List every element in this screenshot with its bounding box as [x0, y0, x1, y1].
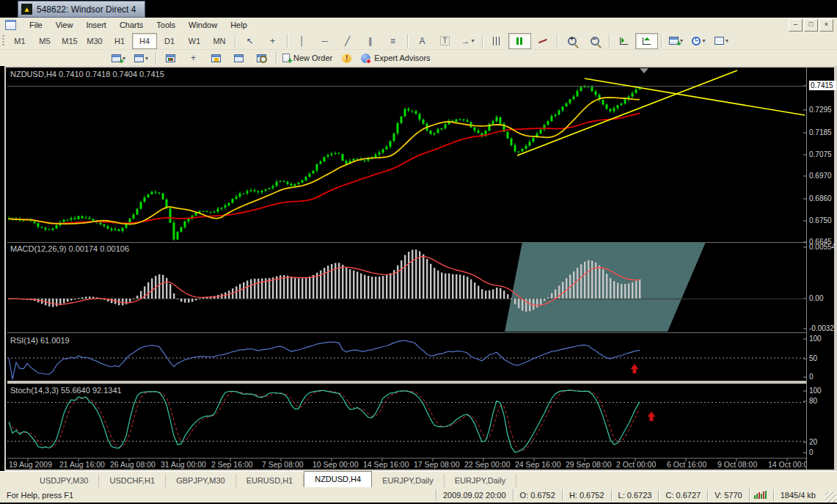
bar-chart-button[interactable]: [486, 33, 508, 49]
timeframe-h4[interactable]: H4: [132, 33, 157, 49]
chart-shift-button[interactable]: [635, 33, 658, 49]
alert-button[interactable]: !: [335, 50, 358, 66]
menu-charts[interactable]: Charts: [113, 19, 150, 31]
vertical-line-icon: │: [299, 36, 305, 46]
candlestick-chart-button[interactable]: [508, 33, 531, 49]
time-axis-label: 2 Oct 00:00: [616, 460, 656, 469]
menu-view[interactable]: View: [49, 19, 80, 31]
auto-scroll-button[interactable]: [613, 33, 635, 49]
time-axis-label: 24 Sep 16:00: [515, 460, 561, 469]
timeframe-mn[interactable]: MN: [207, 33, 232, 49]
timeframe-d1[interactable]: D1: [157, 33, 182, 49]
periods-button[interactable]: ▾: [687, 33, 710, 49]
line-chart-icon: [538, 38, 547, 43]
menu-window[interactable]: Window: [182, 19, 224, 31]
trendline-button[interactable]: ╱: [336, 33, 359, 49]
close-button[interactable]: ×: [819, 19, 833, 32]
toolbar-grip[interactable]: [2, 35, 4, 47]
new-order-button[interactable]: New Order: [279, 50, 335, 66]
status-open: O: 0.6752: [513, 489, 562, 501]
rsi-up-arrow: [631, 364, 639, 373]
line-chart-button[interactable]: [531, 33, 554, 49]
stoch-axis-label: 80: [809, 397, 817, 405]
arrows-button[interactable]: →▾: [456, 33, 479, 49]
zoom-in-button[interactable]: +: [560, 33, 583, 49]
history-center-button[interactable]: [205, 50, 227, 66]
menu-help[interactable]: Help: [224, 19, 254, 31]
expert-advisors-label: Expert Advisors: [374, 54, 430, 62]
rsi-axis-label: 50: [809, 354, 817, 362]
chart-canvas[interactable]: 19 Aug 200921 Aug 16:0026 Aug 08:0031 Au…: [7, 67, 807, 470]
timeframe-m15[interactable]: M15: [57, 33, 82, 49]
stoch-up-arrow: [648, 412, 656, 421]
chart-window-icon: [5, 20, 16, 30]
candlestick-chart-icon: [516, 37, 519, 45]
stoch-axis-label: 20: [809, 438, 817, 446]
window-title-chip[interactable]: ▲ 548622: Windsor Direct 4: [18, 1, 145, 18]
tab-usdchf-h1[interactable]: USDCHF,H1: [99, 474, 166, 487]
scroll-marker-triangle: [640, 68, 648, 73]
timeframe-m30[interactable]: M30: [82, 33, 107, 49]
tab-usdjpy-m30[interactable]: USDJPY,M30: [29, 474, 99, 487]
templates-icon: [714, 37, 724, 45]
expert-advisors-icon: [361, 54, 370, 63]
new-order-icon: [282, 54, 290, 62]
market-watch-button[interactable]: [159, 50, 182, 66]
rsi-line: [9, 340, 640, 379]
periods-clock-icon: [692, 37, 701, 45]
macd-axis-label: 0.00554: [809, 243, 836, 251]
vertical-line-button[interactable]: │: [290, 33, 313, 49]
mdi-window-buttons: – □ ×: [789, 19, 833, 32]
timeframe-m1[interactable]: M1: [7, 33, 32, 49]
price-axis-label: 0.7075: [809, 150, 832, 158]
current-price-box: 0.7415: [809, 81, 836, 90]
templates-button[interactable]: ▾: [710, 33, 733, 49]
strategy-tester-button[interactable]: [250, 50, 273, 66]
auto-scroll-icon: [620, 37, 628, 45]
zoom-in-icon: +: [568, 37, 577, 45]
crosshair-button[interactable]: +: [261, 33, 284, 49]
restore-button[interactable]: □: [804, 19, 818, 32]
price-axis[interactable]: 0.7415 0.74150.72950.71850.70750.69700.6…: [808, 67, 834, 470]
tab-eurjpy-daily[interactable]: EURJPY,Daily: [445, 474, 517, 487]
profiles-button[interactable]: ▾: [130, 50, 153, 66]
time-axis-label: 29 Sep 08:00: [566, 460, 612, 469]
menu-tools[interactable]: Tools: [150, 19, 182, 31]
price-axis-label: 0.7185: [809, 128, 832, 136]
new-order-label: New Order: [293, 54, 332, 62]
horizontal-line-button[interactable]: ─: [313, 33, 336, 49]
menu-file[interactable]: File: [23, 19, 49, 31]
tab-nzdusd-h4[interactable]: NZDUSD,H4: [304, 471, 372, 487]
bar-chart-icon: [493, 37, 502, 45]
fibonacci-button[interactable]: ≡: [381, 33, 404, 49]
horizontal-line-icon: ─: [321, 36, 328, 46]
navigator-button[interactable]: +: [182, 50, 205, 66]
cursor-button[interactable]: ↖: [238, 33, 261, 49]
data-window-button[interactable]: [227, 50, 250, 66]
channel-button[interactable]: ∥: [359, 33, 381, 49]
timeframe-h1[interactable]: H1: [107, 33, 132, 49]
resize-grip[interactable]: [825, 492, 836, 503]
status-volume: V: 5770: [707, 489, 749, 501]
minimize-button[interactable]: –: [789, 19, 803, 32]
macd-axis-label: 0.00: [809, 294, 823, 302]
menu-insert[interactable]: Insert: [79, 19, 113, 31]
time-axis-label: 7 Sep 08:00: [262, 460, 304, 469]
tab-gbpjpy-m30[interactable]: GBPJPY,M30: [166, 474, 235, 487]
indicators-button[interactable]: ▾: [665, 33, 687, 49]
app-logo-icon: ▲: [21, 4, 32, 15]
timeframe-m5[interactable]: M5: [32, 33, 57, 49]
stoch-axis-label: 0: [809, 448, 814, 456]
zoom-out-button[interactable]: −: [583, 33, 606, 49]
new-chart-icon: [112, 54, 121, 62]
expert-advisors-button[interactable]: Expert Advisors: [358, 50, 433, 66]
text-label-button[interactable]: T: [434, 33, 456, 49]
text-button[interactable]: A: [411, 33, 434, 49]
price-axis-label: 0.6860: [809, 194, 832, 202]
tab-eurusd-h1[interactable]: EURUSD,H1: [236, 474, 304, 487]
price-axis-label: 0.6750: [809, 216, 832, 224]
time-axis-label: 14 Oct 00:00: [768, 460, 807, 469]
timeframe-w1[interactable]: W1: [182, 33, 207, 49]
new-chart-button[interactable]: ▾: [107, 50, 130, 66]
tab-eurjpy-daily[interactable]: EURJPY,Daily: [372, 474, 445, 487]
